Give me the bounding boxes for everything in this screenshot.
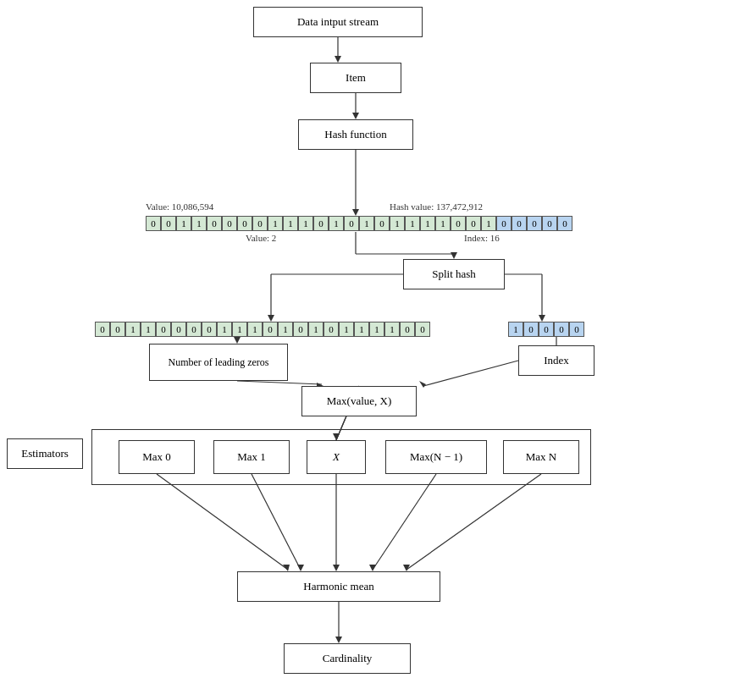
estimator-box-2: X: [307, 440, 366, 474]
svg-marker-32: [333, 565, 340, 571]
svg-marker-12: [268, 315, 274, 322]
left-bit-16: 1: [339, 322, 354, 337]
left-bit-14: 1: [308, 322, 324, 337]
estimator-label-1: Max 1: [237, 450, 266, 464]
right-bit-0: 1: [508, 322, 523, 337]
value-label: Value: 10,086,594: [146, 201, 213, 212]
full-bit-8: 1: [268, 216, 283, 231]
estimators-label: Estimators: [21, 447, 69, 460]
leading-zeros-label: Number of leading zeros: [169, 356, 269, 369]
diagram: Data intput stream Item Hash function Va…: [0, 0, 730, 700]
full-bit-15: 0: [374, 216, 390, 231]
estimator-box-1: Max 1: [213, 440, 290, 474]
left-binary-row: 0011000011101010111100: [95, 322, 430, 337]
full-bit-16: 1: [390, 216, 405, 231]
right-bit-1: 0: [523, 322, 539, 337]
harmonic-mean-label: Harmonic mean: [303, 580, 373, 593]
svg-marker-5: [352, 209, 359, 216]
cardinality-label: Cardinality: [323, 652, 373, 665]
max-value-x-box: Max(value, X): [301, 386, 417, 416]
estimator-label-4: Max N: [526, 450, 556, 464]
right-binary-row: 10000: [508, 322, 584, 337]
estimator-box-0: Max 0: [119, 440, 195, 474]
full-bit-0: 0: [146, 216, 161, 231]
full-bit-26: 0: [542, 216, 557, 231]
left-bit-10: 1: [247, 322, 263, 337]
full-bit-20: 0: [451, 216, 466, 231]
full-binary-row: 0011000011101010111100100000: [146, 216, 572, 231]
svg-line-21: [423, 361, 518, 386]
cardinality-box: Cardinality: [284, 643, 411, 674]
svg-marker-38: [335, 637, 342, 643]
leading-zeros-box: Number of leading zeros: [149, 344, 288, 381]
right-bit-3: 0: [554, 322, 569, 337]
right-bit-2: 0: [539, 322, 554, 337]
value2-label: Value: 2: [246, 233, 276, 243]
item-box: Item: [310, 63, 401, 93]
estimator-label-3: Max(N − 1): [410, 450, 462, 464]
full-bit-17: 1: [405, 216, 420, 231]
svg-marker-28: [283, 565, 290, 571]
harmonic-mean-box: Harmonic mean: [237, 571, 440, 602]
svg-marker-3: [352, 113, 359, 119]
full-bit-3: 1: [191, 216, 207, 231]
svg-line-35: [406, 474, 541, 570]
estimator-label-2: X: [333, 450, 340, 464]
left-bit-0: 0: [95, 322, 110, 337]
full-bit-19: 1: [435, 216, 451, 231]
index-label: Index: [544, 354, 569, 367]
svg-marker-15: [539, 315, 545, 322]
estimator-box-3: Max(N − 1): [385, 440, 487, 474]
svg-line-19: [237, 381, 322, 384]
left-bit-11: 0: [263, 322, 278, 337]
data-input-label: Data intput stream: [297, 15, 379, 29]
left-bit-8: 1: [217, 322, 232, 337]
index-box: Index: [518, 345, 595, 376]
left-bit-4: 0: [156, 322, 171, 337]
left-bit-21: 0: [415, 322, 430, 337]
left-bit-9: 1: [232, 322, 247, 337]
full-bit-25: 0: [527, 216, 542, 231]
full-bit-22: 1: [481, 216, 496, 231]
svg-marker-17: [234, 337, 241, 344]
left-bit-15: 0: [324, 322, 339, 337]
full-bit-13: 0: [344, 216, 359, 231]
svg-marker-36: [403, 565, 410, 571]
data-input-box: Data intput stream: [253, 7, 423, 37]
left-bit-20: 0: [400, 322, 415, 337]
svg-marker-9: [451, 252, 457, 259]
left-bit-18: 1: [369, 322, 384, 337]
left-bit-3: 1: [141, 322, 156, 337]
full-bit-27: 0: [557, 216, 572, 231]
full-bit-21: 0: [466, 216, 481, 231]
full-bit-6: 0: [237, 216, 252, 231]
full-bit-11: 0: [313, 216, 329, 231]
full-bit-14: 1: [359, 216, 374, 231]
left-bit-5: 0: [171, 322, 186, 337]
svg-marker-1: [335, 56, 341, 63]
full-bit-2: 1: [176, 216, 191, 231]
left-bit-7: 0: [202, 322, 217, 337]
split-hash-label: Split hash: [432, 267, 476, 281]
left-bit-1: 0: [110, 322, 125, 337]
item-label: Item: [346, 71, 366, 85]
svg-line-27: [157, 474, 288, 570]
left-bit-2: 1: [125, 322, 141, 337]
hash-function-box: Hash function: [298, 119, 413, 150]
max-value-x-label: Max(value, X): [327, 394, 392, 408]
full-bit-24: 0: [512, 216, 527, 231]
full-bit-9: 1: [283, 216, 298, 231]
full-bit-5: 0: [222, 216, 237, 231]
full-bit-12: 1: [329, 216, 344, 231]
full-bit-18: 1: [420, 216, 435, 231]
left-bit-13: 0: [293, 322, 308, 337]
hash-value-label: Hash value: 137,472,912: [390, 201, 483, 212]
svg-line-33: [373, 474, 436, 570]
full-bit-23: 0: [496, 216, 512, 231]
svg-marker-22: [419, 381, 426, 388]
left-bit-19: 1: [384, 322, 400, 337]
right-bit-4: 0: [569, 322, 584, 337]
full-bit-1: 0: [161, 216, 176, 231]
left-bit-12: 1: [278, 322, 293, 337]
split-hash-box: Split hash: [403, 259, 505, 289]
